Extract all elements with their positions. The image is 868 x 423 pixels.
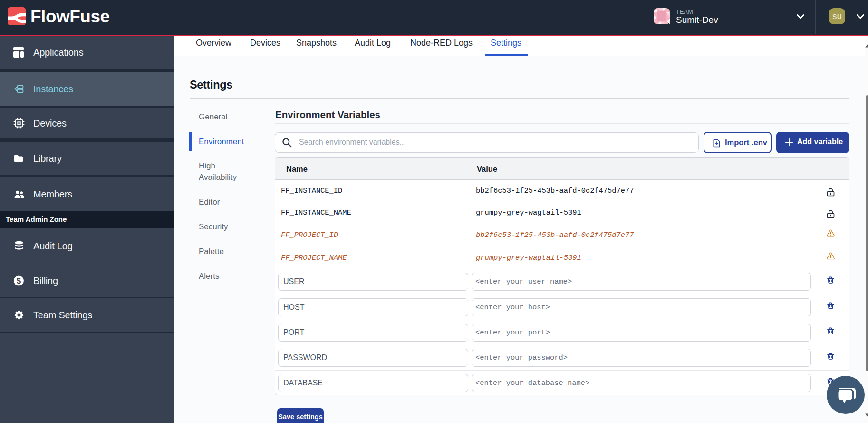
svg-text:$: $ <box>17 276 21 285</box>
